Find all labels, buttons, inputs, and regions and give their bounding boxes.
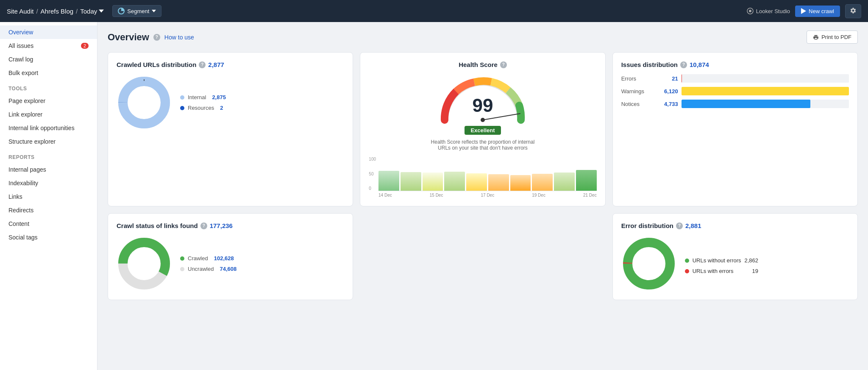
crawl-status-donut (117, 236, 172, 291)
with-errors-label: URLs with errors (693, 268, 734, 274)
date-labels: 14 Dec 15 Dec 17 Dec 19 Dec 21 Dec (378, 193, 597, 198)
structure-explorer-label: Structure explorer (8, 138, 56, 145)
resources-dot (180, 106, 184, 110)
crawled-urls-total[interactable]: 2,877 (208, 61, 224, 68)
gear-icon (850, 7, 857, 14)
with-errors-value[interactable]: 19 (752, 268, 758, 274)
sidebar-item-all-issues[interactable]: All issues 2 (0, 39, 97, 53)
sidebar-item-bulk-export[interactable]: Bulk export (0, 66, 97, 80)
segment-label: Segment (127, 8, 149, 14)
breadcrumb-site-audit[interactable]: Site Audit (7, 8, 33, 15)
sidebar-item-link-explorer[interactable]: Link explorer (0, 108, 97, 121)
without-errors-label: URLs without errors (693, 257, 741, 264)
print-label: Print to PDF (821, 34, 851, 40)
print-to-pdf-button[interactable]: Print to PDF (807, 31, 858, 44)
resources-value[interactable]: 2 (220, 105, 223, 111)
today-label: Today (80, 8, 97, 15)
crawled-urls-donut (117, 75, 172, 130)
sidebar: Overview All issues 2 Crawl log Bulk exp… (0, 22, 97, 370)
page-title: Overview (108, 32, 149, 43)
error-dist-donut (621, 236, 676, 291)
crawl-status-title: Crawl status of links found ? 177,236 (117, 222, 344, 229)
crawled-urls-legend: Internal 2,875 Resources 2 (180, 94, 226, 111)
sidebar-item-content[interactable]: Content (0, 217, 97, 231)
crawl-status-chart-row: Crawled 102,628 Uncrawled 74,608 (117, 236, 344, 291)
date-label-1: 14 Dec (378, 193, 392, 198)
bar-4 (444, 172, 465, 191)
today-dropdown[interactable]: Today (80, 8, 104, 15)
gauge-wrapper: 99 (436, 73, 529, 124)
issues-dist-total[interactable]: 10,874 (690, 61, 709, 68)
social-tags-label: Social tags (8, 234, 37, 241)
play-icon (801, 8, 806, 14)
warnings-bar (682, 87, 849, 95)
legend-internal: Internal 2,875 (180, 94, 226, 100)
error-distribution-card: Error distribution ? 2,881 URLs without … (612, 213, 858, 300)
top-nav-right: Looker Studio New crawl (747, 4, 861, 18)
bars (378, 161, 597, 191)
health-score-title-text: Health Score (459, 61, 498, 68)
health-score-info-icon[interactable]: ? (500, 61, 507, 68)
excellent-badge: Excellent (465, 126, 501, 135)
internal-link-opp-label: Internal link opportunities (8, 125, 75, 131)
without-errors-value[interactable]: 2,862 (745, 257, 759, 264)
uncrawled-value[interactable]: 74,608 (220, 266, 236, 272)
y-axis: 100 50 0 (369, 157, 376, 191)
sidebar-item-social-tags[interactable]: Social tags (0, 231, 97, 244)
page-title-info-icon[interactable]: ? (153, 34, 160, 41)
breadcrumb-blog[interactable]: Ahrefs Blog (41, 8, 74, 15)
looker-label: Looker Studio (756, 8, 790, 14)
crawled-value[interactable]: 102,628 (214, 255, 234, 262)
looker-studio-button[interactable]: Looker Studio (747, 8, 790, 14)
crawl-status-total[interactable]: 177,236 (210, 222, 233, 229)
error-dist-title: Error distribution ? 2,881 (621, 222, 849, 229)
resources-label: Resources (188, 105, 214, 111)
sidebar-item-internal-link-opp[interactable]: Internal link opportunities (0, 121, 97, 135)
bar-1 (378, 171, 399, 191)
notices-value[interactable]: 4,733 (659, 101, 678, 107)
bar-5 (466, 173, 487, 191)
crawled-urls-info-icon[interactable]: ? (199, 61, 206, 68)
error-dist-total[interactable]: 2,881 (685, 222, 701, 229)
date-label-4: 19 Dec (532, 193, 545, 198)
tools-section-header: Tools (0, 80, 97, 94)
segment-chevron-icon (152, 10, 156, 12)
how-to-use-label: How to use (164, 34, 194, 41)
segment-button[interactable]: Segment (112, 5, 161, 17)
how-to-use-link[interactable]: How to use (164, 34, 194, 41)
health-score-number: 99 (473, 96, 493, 115)
new-crawl-button[interactable]: New crawl (795, 6, 840, 17)
redirects-label: Redirects (8, 207, 33, 214)
errors-bar-container (682, 74, 849, 83)
notices-bar-container (682, 100, 849, 108)
top-navigation: Site Audit / Ahrefs Blog / Today Segment… (0, 0, 868, 22)
internal-value[interactable]: 2,875 (212, 94, 226, 100)
sidebar-item-internal-pages[interactable]: Internal pages (0, 163, 97, 176)
sidebar-item-overview[interactable]: Overview (0, 25, 97, 39)
sidebar-item-structure-explorer[interactable]: Structure explorer (0, 135, 97, 148)
sidebar-bulk-export-label: Bulk export (8, 70, 38, 76)
main-content: Overview ? How to use Print to PDF Crawl… (97, 22, 868, 370)
bar-8 (532, 174, 553, 191)
y-label-50: 50 (369, 172, 376, 176)
y-label-100: 100 (369, 157, 376, 161)
date-label-2: 15 Dec (430, 193, 443, 198)
sidebar-item-indexability[interactable]: Indexability (0, 176, 97, 190)
sidebar-item-page-explorer[interactable]: Page explorer (0, 94, 97, 108)
svg-point-2 (749, 10, 751, 12)
settings-button[interactable] (845, 4, 861, 18)
bar-area: 14 Dec 15 Dec 17 Dec 19 Dec 21 Dec (378, 161, 597, 198)
sidebar-item-links[interactable]: Links (0, 190, 97, 203)
new-crawl-label: New crawl (809, 8, 834, 14)
errors-value[interactable]: 21 (659, 75, 678, 82)
internal-label: Internal (188, 94, 206, 100)
crawl-status-info-icon[interactable]: ? (200, 223, 207, 229)
warnings-value[interactable]: 6,120 (659, 88, 678, 95)
error-dist-info-icon[interactable]: ? (676, 223, 683, 229)
sidebar-item-redirects[interactable]: Redirects (0, 203, 97, 217)
indexability-label: Indexability (8, 180, 38, 186)
sidebar-item-crawl-log[interactable]: Crawl log (0, 53, 97, 66)
crawl-status-card: Crawl status of links found ? 177,236 Cr… (108, 213, 353, 300)
issues-dist-info-icon[interactable]: ? (680, 61, 687, 68)
without-errors-dot (685, 259, 689, 263)
